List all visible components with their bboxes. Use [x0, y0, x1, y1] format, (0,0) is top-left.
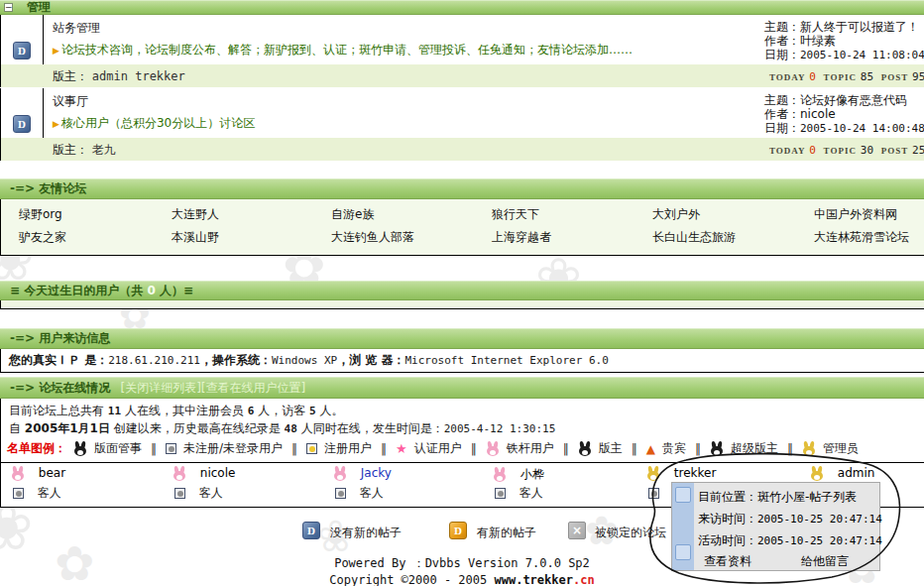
online-user-role: 客人 — [495, 485, 543, 502]
close-detail-list-link[interactable]: [关闭详细列表] — [120, 381, 200, 395]
section-title: -=> 用户来访信息 — [0, 329, 924, 348]
category-bar-manage: −管理 — [0, 0, 924, 15]
friend-forum-link[interactable]: 大连钓鱼人部落 — [331, 229, 414, 246]
friend-forum-link[interactable]: 本溪山野 — [172, 229, 219, 246]
username-link[interactable]: nicole — [200, 466, 236, 480]
friend-forums-panel: 绿野org 大连野人 自游e族 狼行天下 大刘户外 中国户外资料网 驴友之家 本… — [0, 199, 924, 256]
user-role-label: 客人 — [520, 486, 543, 500]
collapse-icon[interactable]: − — [4, 3, 13, 12]
today-label: TODAY — [769, 146, 806, 156]
user-role-label: 客人 — [38, 486, 61, 500]
user-role-icon — [173, 466, 186, 481]
moderator-links[interactable]: 老九 — [92, 143, 116, 157]
friend-forum-link[interactable]: 驴友之家 — [19, 229, 66, 246]
friend-forum-link[interactable]: 大连野人 — [172, 206, 219, 223]
friend-forum-link[interactable]: 大刘户外 — [652, 206, 700, 223]
locked-forum-icon: × — [568, 522, 586, 539]
no-new-posts-icon: D — [13, 115, 31, 133]
no-new-posts-icon: D — [13, 42, 31, 59]
moderator-links[interactable]: admin trekker — [92, 69, 185, 83]
new-posts-icon: D — [449, 522, 467, 539]
view-profile-link[interactable]: 查看资料 — [704, 553, 751, 570]
username-link[interactable]: Jacky — [361, 466, 392, 480]
today-label: TODAY — [769, 72, 806, 82]
guest-icon — [174, 488, 185, 499]
post-count: 956 — [912, 70, 924, 83]
site-name[interactable]: www.trekker — [495, 573, 573, 586]
view-online-location-link[interactable]: [查看在线用户位置] — [201, 381, 305, 395]
birthday-text: 人）≡ — [156, 284, 193, 297]
lastpost-date-label: 日期： — [764, 48, 800, 61]
post-count: 2599 — [912, 144, 924, 157]
legend-new-label: 有新的帖子 — [477, 525, 536, 541]
online-user: 小桦 — [493, 466, 544, 483]
lastpost-topic-link[interactable]: 论坛好像有恶意代码 — [800, 93, 907, 107]
friend-forum-link[interactable]: 绿野org — [19, 206, 62, 223]
friend-forum-link[interactable]: 自游e族 — [331, 206, 374, 223]
send-message-link[interactable]: 给他留言 — [801, 553, 849, 570]
legend-item-label: 版面管事 — [94, 440, 142, 457]
online-user: Jacky — [333, 466, 392, 481]
moderator-icon — [578, 441, 592, 456]
registered-user-icon — [306, 443, 317, 454]
legend-item-label: 超级版主 — [731, 440, 778, 457]
lastpost-topic-label: 主题： — [764, 20, 800, 34]
lastpost-date-label: 日期： — [764, 121, 800, 135]
online-user: admin — [810, 466, 874, 481]
guest-icon — [495, 488, 506, 499]
record-time: 2005-4-12 1:30:15 — [444, 422, 556, 435]
online-user: nicole — [173, 466, 235, 481]
administrator-icon — [802, 441, 816, 456]
active-time-label: 活动时间： — [698, 533, 757, 547]
forum-link[interactable]: 站务管理 — [53, 20, 100, 37]
online-user: bear — [11, 466, 65, 481]
friend-forum-link[interactable]: 上海穿越者 — [492, 229, 551, 246]
birthday-empty-panel — [0, 300, 924, 309]
online-user-role: 客人 — [13, 485, 61, 502]
username-link[interactable]: admin — [838, 466, 875, 480]
message-mini-icon — [675, 544, 691, 560]
legend-item-label: 贵宾 — [662, 440, 686, 457]
post-label: POST — [881, 146, 909, 156]
tooltip-icon-strip — [672, 483, 694, 570]
friend-forum-link[interactable]: 中国户外资料网 — [814, 206, 897, 223]
ip-label: 您的真实ＩＰ 是： — [1, 353, 108, 367]
username-link[interactable]: trekker — [674, 466, 717, 480]
guest-icon — [648, 488, 659, 499]
visit-time-label: 来访时间： — [698, 512, 757, 526]
username-link[interactable]: bear — [39, 466, 65, 480]
current-location: 斑竹小屋-帖子列表 — [757, 490, 857, 504]
section-title: -=> 论坛在线情况 — [10, 381, 110, 395]
legend-item-label: 铁杆用户 — [507, 440, 554, 457]
forum-link[interactable]: 议事厅 — [53, 93, 88, 110]
lastpost-author-link[interactable]: 叶绿素 — [800, 34, 836, 48]
online-members: 6 — [248, 405, 255, 417]
visit-time: 2005-10-25 20:47:14 — [757, 513, 882, 526]
lastpost-topic-link[interactable]: 新人终于可以报道了！ — [800, 20, 919, 34]
super-moderator-icon — [710, 441, 724, 456]
topic-count: 85 — [861, 70, 873, 83]
forum-description: 论坛技术咨询，论坛制度公布、解答；新驴报到、认证；斑竹申请、管理投诉、任免通知；… — [53, 42, 633, 59]
today-count: 0 — [809, 70, 816, 83]
friend-forum-link[interactable]: 狼行天下 — [492, 206, 539, 223]
topic-label: TOPIC — [824, 146, 857, 156]
lastpost-author-link[interactable]: nicole — [800, 107, 836, 121]
friend-forum-link[interactable]: 大连林苑滑雪论坛 — [814, 229, 909, 246]
os-value: Windows XP — [272, 354, 337, 367]
forum-row: D 议事厅 核心用户（总积分30分以上）讨论区 版主： 老九 主题：论坛好像有恶… — [0, 88, 924, 161]
board-steward-icon — [73, 441, 87, 456]
site-cn[interactable]: .cn — [573, 573, 595, 586]
guest-icon — [13, 488, 24, 499]
browser-label: ，浏 览 器： — [337, 353, 404, 367]
section-title: -=> 友情论坛 — [0, 179, 924, 198]
section-bar-birthdays: ≡ 今天过生日的用户（共 0 人）≡ — [0, 281, 924, 300]
username-link[interactable]: 小桦 — [520, 467, 544, 481]
user-role-label: 客人 — [199, 486, 223, 500]
legend-item-label: 管理员 — [823, 440, 859, 457]
loyal-user-icon — [486, 441, 500, 456]
online-total: 11 — [108, 405, 121, 417]
topic-label: TOPIC — [824, 72, 857, 82]
friend-forum-link[interactable]: 长白山生态旅游 — [652, 229, 736, 246]
certified-user-icon — [396, 441, 407, 456]
legend-no-new-label: 没有新的帖子 — [330, 525, 402, 541]
